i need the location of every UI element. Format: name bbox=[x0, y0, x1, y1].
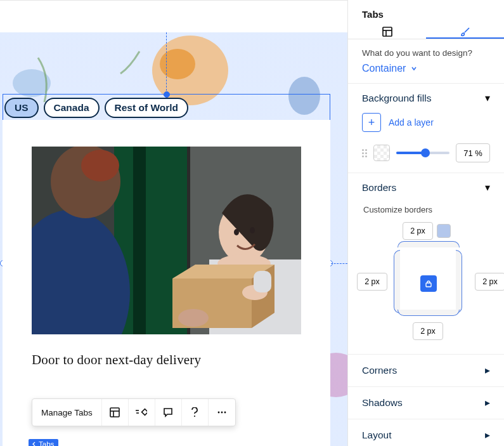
borders-title: Borders bbox=[362, 182, 396, 193]
layout-title: Layout bbox=[362, 430, 392, 441]
layout-icon[interactable] bbox=[102, 399, 129, 426]
background-fills-header[interactable]: Background fills ▾ bbox=[348, 84, 504, 113]
design-target-section: What do you want to design? Container bbox=[348, 39, 504, 83]
svg-point-36 bbox=[224, 412, 226, 414]
caret-right-icon: ▸ bbox=[485, 397, 490, 409]
link-borders-button[interactable] bbox=[420, 275, 437, 292]
svg-point-34 bbox=[217, 412, 219, 414]
caret-down-icon: ▾ bbox=[485, 93, 490, 104]
svg-point-1 bbox=[160, 49, 195, 79]
shadows-title: Shadows bbox=[362, 397, 403, 409]
brush-icon bbox=[460, 26, 471, 37]
design-target-dropdown[interactable]: Container bbox=[362, 63, 490, 74]
fill-layer-row bbox=[362, 143, 490, 162]
tab-content[interactable]: Door to door next-day delivery Manage Ta… bbox=[3, 120, 330, 446]
layout-panel-icon bbox=[382, 26, 393, 37]
svg-point-17 bbox=[234, 229, 239, 235]
shadows-header[interactable]: Shadows ▸ bbox=[348, 386, 504, 419]
borders-header[interactable]: Borders ▾ bbox=[348, 173, 504, 202]
tab-canada[interactable]: Canada bbox=[44, 98, 100, 118]
caret-down-icon: ▾ bbox=[485, 182, 490, 193]
add-layer-button[interactable]: + bbox=[362, 113, 381, 132]
tabs-widget[interactable]: US Canada Rest of World bbox=[3, 94, 330, 446]
element-type-badge[interactable]: Tabs bbox=[29, 439, 58, 446]
panel-tab-layout[interactable] bbox=[348, 26, 426, 39]
more-icon[interactable] bbox=[209, 399, 235, 426]
bg-fills-title: Background fills bbox=[362, 93, 431, 104]
svg-rect-25 bbox=[254, 271, 271, 292]
layout-header[interactable]: Layout ▸ bbox=[348, 419, 504, 446]
border-bottom-input[interactable] bbox=[413, 322, 443, 340]
corners-header[interactable]: Corners ▸ bbox=[348, 354, 504, 386]
border-edge-top[interactable] bbox=[397, 241, 460, 247]
border-right-input[interactable] bbox=[475, 273, 504, 291]
borders-subtitle: Customize borders bbox=[363, 205, 490, 214]
border-top-input[interactable] bbox=[403, 222, 433, 240]
help-icon[interactable] bbox=[182, 399, 209, 426]
editor-canvas[interactable]: US Canada Rest of World bbox=[0, 0, 347, 446]
chevron-left-icon bbox=[32, 442, 37, 446]
content-caption: Door to door next-day delivery bbox=[32, 352, 301, 368]
panel-tabs bbox=[348, 26, 504, 39]
chevron-down-icon bbox=[411, 65, 417, 72]
vertical-guide bbox=[166, 32, 167, 94]
element-toolbar: Manage Tabs bbox=[32, 398, 236, 426]
border-left-input[interactable] bbox=[357, 273, 387, 291]
svg-point-35 bbox=[221, 412, 223, 414]
inspector-panel: Tabs What do you want to design? Contain… bbox=[347, 0, 504, 446]
manage-tabs-button[interactable]: Manage Tabs bbox=[32, 399, 102, 426]
content-image[interactable] bbox=[32, 147, 301, 334]
horizontal-guide bbox=[331, 263, 347, 264]
borders-body: Customize borders bbox=[348, 202, 504, 354]
tabs-row: US Canada Rest of World bbox=[3, 94, 330, 120]
canvas-top-margin bbox=[0, 1, 347, 32]
design-target-value: Container bbox=[362, 63, 406, 74]
opacity-slider[interactable] bbox=[396, 152, 449, 154]
border-color-swatch[interactable] bbox=[437, 224, 451, 238]
svg-point-15 bbox=[81, 150, 119, 181]
border-diagram bbox=[362, 222, 498, 343]
add-layer-link[interactable]: Add a layer bbox=[389, 117, 434, 128]
opacity-input[interactable] bbox=[456, 143, 490, 162]
comment-icon[interactable] bbox=[155, 399, 182, 426]
svg-rect-40 bbox=[426, 283, 431, 287]
border-edge-right[interactable] bbox=[456, 250, 462, 313]
background-fills-body: + Add a layer bbox=[348, 113, 504, 173]
border-edge-left[interactable] bbox=[394, 250, 400, 313]
svg-point-18 bbox=[250, 227, 255, 233]
caret-right-icon: ▸ bbox=[485, 365, 490, 376]
animation-icon[interactable] bbox=[129, 399, 155, 426]
svg-rect-37 bbox=[383, 27, 392, 36]
svg-rect-30 bbox=[142, 409, 147, 416]
panel-tab-design[interactable] bbox=[426, 26, 504, 39]
panel-title: Tabs bbox=[348, 0, 504, 26]
corners-title: Corners bbox=[362, 365, 397, 376]
svg-point-33 bbox=[194, 416, 195, 417]
tab-us[interactable]: US bbox=[4, 98, 39, 118]
caret-right-icon: ▸ bbox=[485, 430, 490, 441]
fill-color-swatch[interactable] bbox=[373, 145, 390, 161]
svg-rect-27 bbox=[110, 408, 119, 417]
svg-point-26 bbox=[178, 309, 209, 327]
border-edge-bottom[interactable] bbox=[397, 310, 460, 316]
drag-handle-icon[interactable] bbox=[362, 149, 367, 157]
svg-rect-10 bbox=[133, 147, 146, 334]
badge-label: Tabs bbox=[39, 440, 54, 446]
lock-icon bbox=[425, 280, 432, 287]
design-prompt: What do you want to design? bbox=[362, 48, 490, 58]
tab-rest-of-world[interactable]: Rest of World bbox=[105, 98, 188, 118]
